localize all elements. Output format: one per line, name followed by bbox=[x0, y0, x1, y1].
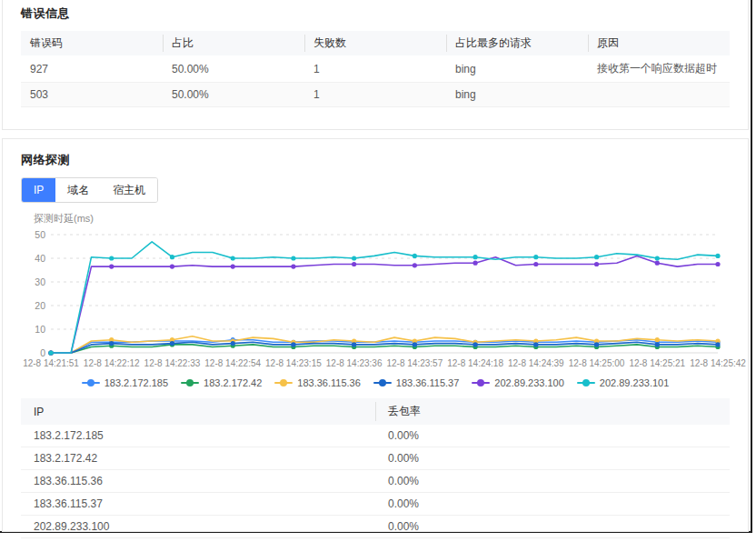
data-point-202.89.233.101 bbox=[715, 254, 720, 258]
packet-loss-table-body: 183.2.172.1850.00%183.2.172.420.00%183.3… bbox=[21, 425, 730, 538]
data-point-183.36.115.37 bbox=[170, 341, 174, 346]
data-point-183.36.115.37 bbox=[291, 342, 295, 346]
x-tick-label-0: 12-8 14:21:51 bbox=[23, 358, 79, 368]
data-point-202.89.233.100 bbox=[170, 265, 174, 269]
data-point-202.89.233.101 bbox=[413, 254, 417, 258]
legend-item-202.89.233.100[interactable]: 202.89.233.100 bbox=[472, 377, 563, 388]
chart-y-axis-title: 探测时延(ms) bbox=[34, 212, 730, 226]
x-tick-label-9: 12-8 14:25:00 bbox=[569, 358, 625, 368]
legend-label: 202.89.233.101 bbox=[600, 377, 669, 388]
y-tick-label-30: 30 bbox=[35, 276, 45, 287]
legend-item-183.36.115.36[interactable]: 183.36.115.36 bbox=[274, 377, 361, 388]
y-tick-label-40: 40 bbox=[35, 253, 45, 264]
cell: 50.00% bbox=[163, 55, 304, 83]
x-tick-label-3: 12-8 14:22:54 bbox=[204, 358, 261, 368]
legend-marker-icon bbox=[82, 379, 100, 386]
packet-loss-table: IP丢包率 183.2.172.1850.00%183.2.172.420.00… bbox=[21, 398, 730, 538]
x-tick-label-8: 12-8 14:24:39 bbox=[508, 358, 564, 368]
data-point-183.36.115.37 bbox=[413, 342, 417, 346]
legend-item-183.2.172.42[interactable]: 183.2.172.42 bbox=[181, 377, 262, 388]
data-point-202.89.233.100 bbox=[472, 261, 477, 266]
data-point-183.36.115.37 bbox=[715, 342, 720, 346]
data-point-202.89.233.101 bbox=[594, 255, 599, 259]
cell: 0.00% bbox=[375, 447, 730, 470]
cell: 0.00% bbox=[375, 516, 730, 538]
data-point-183.36.115.37 bbox=[231, 341, 235, 346]
packet-loss-header-row: IP丢包率 bbox=[21, 398, 730, 425]
error-info-card: 错误信息 错误码占比失败数占比最多的请求原因 92750.00%1bing接收第… bbox=[2, 0, 749, 130]
column-header-1: 占比 bbox=[163, 31, 304, 55]
data-point-183.36.115.36 bbox=[655, 337, 660, 342]
data-point-202.89.233.101 bbox=[48, 350, 53, 355]
cell: 927 bbox=[21, 55, 163, 83]
data-point-202.89.233.101 bbox=[109, 256, 114, 260]
x-tick-label-11: 12-8 14:25:42 bbox=[690, 358, 746, 368]
data-point-202.89.233.101 bbox=[472, 255, 477, 259]
cell: 接收第一个响应数据超时 bbox=[588, 55, 730, 83]
data-point-183.36.115.37 bbox=[109, 341, 114, 346]
cell: 1 bbox=[304, 83, 446, 107]
data-point-202.89.233.100 bbox=[109, 265, 114, 269]
error-table-row: 50350.00%1bing bbox=[21, 83, 730, 107]
series-line-202.89.233.100 bbox=[51, 256, 718, 353]
error-section-title: 错误信息 bbox=[21, 5, 730, 22]
x-tick-label-5: 12-8 14:23:36 bbox=[326, 358, 383, 368]
column-header-2: 失败数 bbox=[304, 31, 446, 55]
probe-type-tabs: IP域名宿主机 bbox=[21, 177, 158, 203]
tab-宿主机[interactable]: 宿主机 bbox=[101, 178, 157, 202]
latency-line-chart[interactable]: 0102030405012-8 14:21:5112-8 14:22:1212-… bbox=[21, 226, 739, 375]
tab-域名[interactable]: 域名 bbox=[55, 178, 101, 202]
cell: 183.2.172.42 bbox=[21, 447, 375, 470]
cell: bing bbox=[446, 83, 588, 107]
legend-marker-icon bbox=[472, 379, 490, 386]
legend-item-202.89.233.101[interactable]: 202.89.233.101 bbox=[577, 377, 669, 388]
series-line-183.2.172.42 bbox=[51, 345, 718, 353]
network-probe-card: 网络探测 IP域名宿主机 探测时延(ms) 0102030405012-8 14… bbox=[2, 138, 749, 532]
y-tick-label-10: 10 bbox=[35, 324, 45, 335]
packet-loss-row: 183.2.172.1850.00% bbox=[21, 425, 730, 447]
cell: 183.2.172.185 bbox=[21, 425, 375, 447]
legend-item-183.36.115.37[interactable]: 183.36.115.37 bbox=[373, 377, 460, 388]
network-section-title: 网络探测 bbox=[21, 152, 730, 168]
x-tick-label-1: 12-8 14:22:12 bbox=[84, 358, 140, 368]
legend-label: 183.36.115.36 bbox=[297, 377, 361, 388]
legend-label: 202.89.233.100 bbox=[494, 377, 563, 388]
cell: 50.00% bbox=[163, 83, 304, 107]
legend-dot bbox=[477, 379, 484, 386]
legend-item-183.2.172.185[interactable]: 183.2.172.185 bbox=[82, 377, 168, 388]
legend-label: 183.36.115.37 bbox=[396, 377, 460, 388]
data-point-202.89.233.101 bbox=[533, 255, 538, 259]
column-header-0: 错误码 bbox=[21, 31, 163, 55]
legend-label: 183.2.172.185 bbox=[104, 377, 168, 388]
data-point-202.89.233.100 bbox=[715, 262, 720, 266]
legend-marker-icon bbox=[577, 379, 595, 386]
error-table: 错误码占比失败数占比最多的请求原因 92750.00%1bing接收第一个响应数… bbox=[21, 31, 730, 107]
legend-dot bbox=[280, 379, 287, 386]
legend-dot bbox=[379, 379, 386, 386]
data-point-202.89.233.101 bbox=[170, 255, 174, 259]
cell: 183.36.115.37 bbox=[21, 493, 375, 516]
cell bbox=[588, 83, 730, 107]
data-point-183.36.115.37 bbox=[533, 342, 538, 346]
column-header-0: IP bbox=[21, 398, 375, 425]
legend-label: 183.2.172.42 bbox=[204, 377, 262, 388]
legend-dot bbox=[582, 379, 590, 386]
x-tick-label-7: 12-8 14:24:18 bbox=[447, 358, 503, 368]
cell: 202.89.233.100 bbox=[21, 516, 375, 538]
error-table-header-row: 错误码占比失败数占比最多的请求原因 bbox=[21, 31, 730, 55]
data-point-202.89.233.101 bbox=[291, 256, 295, 260]
data-point-202.89.233.100 bbox=[594, 262, 599, 266]
data-point-183.36.115.37 bbox=[352, 342, 356, 346]
cell: 183.36.115.36 bbox=[21, 470, 375, 493]
tab-ip[interactable]: IP bbox=[22, 178, 55, 202]
x-tick-label-6: 12-8 14:23:57 bbox=[387, 358, 443, 368]
data-point-183.36.115.37 bbox=[594, 342, 599, 346]
cell: bing bbox=[446, 55, 588, 83]
y-tick-label-20: 20 bbox=[35, 300, 45, 311]
data-point-202.89.233.100 bbox=[291, 265, 295, 269]
data-point-202.89.233.101 bbox=[655, 256, 660, 260]
y-tick-label-0: 0 bbox=[40, 347, 45, 358]
latency-chart-container: 探测时延(ms) 0102030405012-8 14:21:5112-8 14… bbox=[21, 212, 730, 375]
legend-dot bbox=[186, 379, 194, 386]
legend-dot bbox=[87, 379, 94, 386]
